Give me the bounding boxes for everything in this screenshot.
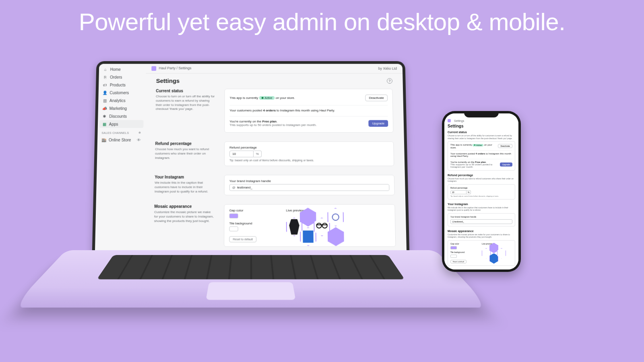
section-heading: Current status [448, 131, 515, 134]
instagram-handle-input[interactable] [454, 220, 511, 223]
at-prefix: @ [230, 186, 237, 189]
refund-input[interactable] [229, 150, 254, 157]
mosaic-live-preview [482, 246, 506, 261]
page-title: Settings [156, 78, 180, 84]
section-desc: Customize the mosaic picture we make for… [448, 233, 515, 239]
status-line: This app is currently Active on your sto… [450, 144, 498, 149]
sidebar-item-analytics[interactable]: ▥Analytics [98, 97, 145, 104]
phone-mockup: Settings Settings Current status Choose … [442, 111, 521, 272]
section-current-status: Current status Choose to turn on or turn… [155, 89, 394, 133]
discount-icon: ✱ [102, 114, 107, 119]
refund-label: Refund percentage [450, 187, 512, 189]
tag-icon: 🏷 [103, 82, 107, 87]
section-desc: Choose to turn on or turn off the abilit… [448, 134, 515, 140]
section-current-status: Current status Choose to turn on or turn… [448, 131, 515, 171]
megaphone-icon: 📣 [102, 106, 107, 111]
instagram-label: Your brand Instagram handle [229, 179, 389, 183]
sidebar-item-label: Marketing [109, 106, 127, 111]
breadcrumb-page: Settings [454, 119, 464, 122]
eye-icon[interactable]: 👁 [137, 138, 141, 142]
sidebar-channel-online-store[interactable]: 🏬 Online Store 👁 [97, 136, 145, 144]
page-title: Settings [448, 124, 515, 128]
sidebar-item-discounts[interactable]: ✱Discounts [98, 112, 145, 120]
analytics-icon: ▥ [102, 98, 107, 103]
refund-input[interactable] [450, 190, 466, 194]
instagram-handle-input[interactable] [237, 185, 389, 191]
vendor-label: by Xiéio Ltd [378, 66, 397, 70]
status-line: This app is currently Active on your sto… [229, 96, 295, 100]
sidebar-item-label: Orders [110, 75, 122, 79]
upgrade-button[interactable]: Upgrade [369, 120, 388, 127]
breadcrumb: Haul Party / Settings [151, 66, 191, 71]
upgrade-button[interactable]: Upgrade [500, 162, 512, 167]
section-desc: We include this in the caption that cust… [448, 206, 515, 212]
admin-app: ⌂Home ⎘Orders 🏷Products 👤Customers ▥Anal… [95, 64, 407, 259]
section-desc: We include this in the caption that cust… [155, 181, 215, 194]
deactivate-button[interactable]: Deactivate [498, 144, 512, 148]
section-heading: Your Instagram [448, 203, 515, 206]
sidebar-item-label: Customers [109, 90, 129, 95]
gap-color-label: Gap color [450, 243, 479, 245]
help-icon[interactable]: ? [387, 78, 392, 84]
section-instagram: Your Instagram We include this in the ca… [448, 203, 515, 226]
section-heading: Your Instagram [155, 175, 214, 179]
app-logo-icon [151, 66, 156, 71]
gap-color-swatch[interactable] [450, 246, 457, 249]
app-logo-icon [448, 119, 451, 122]
section-desc: Choose how much you want to refund custo… [155, 147, 215, 160]
tile-bg-swatch[interactable] [450, 255, 457, 258]
section-desc: Choose to turn on or turn off the abilit… [156, 95, 215, 111]
sidebar-item-label: Products [110, 83, 126, 87]
sales-channels-label: SALES CHANNELS [101, 131, 129, 134]
section-heading: Refund percentage [155, 142, 215, 146]
tile-bg-label: Tile background [229, 222, 278, 225]
sidebar-item-marketing[interactable]: 📣Marketing [98, 104, 145, 112]
sales-channels-heading: SALES CHANNELS ⊕ [97, 128, 145, 136]
sidebar-item-label: Discounts [109, 114, 127, 118]
section-heading: Refund percentage [448, 174, 515, 177]
section-heading: Mosaic appearance [448, 230, 515, 232]
plan-line: You're currently on the Free plan. This … [450, 161, 500, 168]
usage-line: Your customers posted 4 orders to Instag… [229, 109, 335, 112]
sidebar-item-customers[interactable]: 👤Customers [99, 89, 146, 97]
apps-icon: ▦ [102, 121, 107, 126]
reset-to-default-button[interactable]: Reset to default [229, 236, 256, 242]
instagram-label: Your brand Instagram handle [450, 216, 512, 218]
admin-app-mobile: Settings Settings Current status Choose … [444, 113, 518, 269]
orders-icon: ⎘ [103, 75, 107, 80]
status-badge: Active [259, 96, 275, 100]
sidebar-item-orders[interactable]: ⎘Orders [99, 73, 146, 81]
sidebar-item-label: Online Store [109, 138, 134, 142]
tile-bg-swatch[interactable] [229, 226, 238, 231]
usage-line: Your customers posted 4 orders to Instag… [450, 152, 512, 157]
sidebar-item-label: Analytics [109, 98, 126, 103]
plan-line: You're currently on the Free plan. This … [229, 120, 316, 127]
gap-color-label: Gap color [229, 209, 278, 212]
section-refund: Refund percentage Choose how much you wa… [448, 174, 515, 200]
person-icon: 👤 [103, 90, 107, 95]
home-icon: ⌂ [103, 67, 108, 72]
section-instagram: Your Instagram We include this in the ca… [155, 175, 395, 195]
breadcrumb-page: Settings [178, 66, 191, 70]
section-mosaic: Mosaic appearance Customize the mosaic p… [448, 230, 515, 266]
refund-label: Refund percentage [229, 146, 388, 149]
breadcrumb-app[interactable]: Haul Party [159, 66, 176, 70]
status-badge: Active [473, 144, 483, 146]
tile-bg-label: Tile background [450, 251, 479, 253]
percent-suffix: % [254, 150, 262, 157]
sidebar-item-label: Home [110, 67, 121, 72]
sidebar-item-apps[interactable]: ▦Apps [99, 120, 144, 128]
reset-to-default-button[interactable]: Reset to default [450, 260, 466, 263]
section-heading: Current status [156, 89, 215, 93]
percent-suffix: % [466, 190, 471, 194]
sidebar-item-products[interactable]: 🏷Products [99, 81, 146, 88]
deactivate-button[interactable]: Deactivate [365, 95, 388, 101]
gap-color-swatch[interactable] [229, 214, 238, 218]
breadcrumb: Settings [448, 119, 515, 122]
mosaic-live-preview [286, 214, 335, 242]
section-heading: Mosaic appearance [154, 204, 214, 209]
marketing-headline: Powerful yet easy admin on desktop & mob… [0, 8, 644, 36]
sidebar-item-home[interactable]: ⌂Home [99, 66, 146, 73]
add-channel-icon[interactable]: ⊕ [138, 131, 141, 134]
section-desc: Choose how much you want to refund custo… [448, 177, 515, 183]
